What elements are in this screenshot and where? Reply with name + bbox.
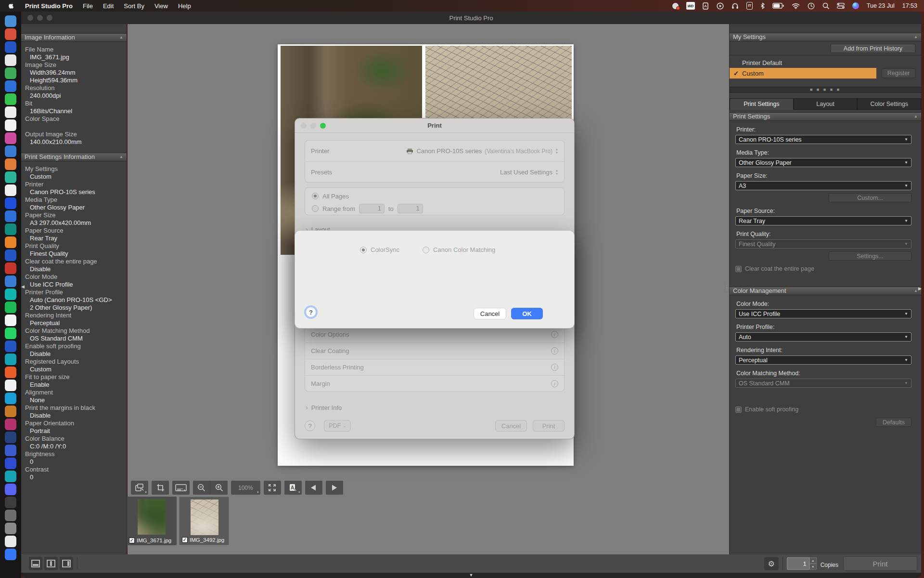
field-dropdown[interactable]: OS Standard CMM ▼ <box>735 379 911 388</box>
dock-app-icon[interactable] <box>5 158 16 170</box>
dock-app-icon[interactable] <box>5 145 16 157</box>
dock-app-icon[interactable] <box>5 223 16 235</box>
defaults-button[interactable]: Defaults <box>876 418 911 427</box>
dock-app-icon[interactable] <box>5 419 16 430</box>
all-pages-radio[interactable] <box>312 193 319 199</box>
bluetooth-icon[interactable] <box>760 2 765 10</box>
dock-app-icon[interactable] <box>5 393 16 404</box>
dialog-print-button[interactable]: Print <box>533 420 565 432</box>
clear-coat-checkbox[interactable] <box>735 266 742 272</box>
printer-info-disclosure[interactable]: › Printer Info <box>306 404 342 411</box>
dock-app-icon[interactable] <box>5 276 16 287</box>
fit-to-screen-button[interactable] <box>264 481 281 495</box>
dock-app-icon[interactable] <box>5 263 16 274</box>
field-dropdown[interactable]: Auto ▼ <box>735 332 911 342</box>
quality-settings-button[interactable]: Settings... <box>829 251 911 261</box>
page-arrangement-button[interactable]: ▼ <box>131 481 148 495</box>
zoom-level-dropdown[interactable]: 100% ▼ <box>231 481 260 495</box>
annotate-text-button[interactable]: A ▼ <box>284 481 302 495</box>
my-settings-header[interactable]: My Settings ▲ <box>730 33 921 41</box>
dock-app-icon[interactable] <box>5 119 16 131</box>
help-button[interactable]: ? <box>305 420 315 431</box>
settings-tab[interactable]: Color Settings <box>857 98 921 110</box>
print-settings-information-header[interactable]: Print Settings Information ▲ <box>21 153 127 161</box>
info-icon[interactable]: i <box>551 347 558 355</box>
menu-help[interactable]: Help <box>178 2 191 10</box>
my-settings-row[interactable]: ✓ Custom <box>730 68 876 79</box>
dock-app-icon[interactable] <box>5 536 16 547</box>
field-dropdown[interactable]: Finest Quality ▼ <box>735 239 911 249</box>
print-settings-gear-button[interactable]: ⚙ <box>764 557 779 570</box>
dock-app-icon[interactable] <box>5 106 16 118</box>
register-button[interactable]: Register <box>882 68 915 78</box>
thumbnail-card[interactable]: ✓ IMG_3492.jpg <box>179 497 229 545</box>
dock-app-icon[interactable] <box>5 54 16 66</box>
menu-sort-by[interactable]: Sort By <box>124 2 144 10</box>
field-dropdown[interactable]: Canon PRO-10S series ▼ <box>735 135 911 144</box>
dock-app-icon[interactable] <box>5 510 16 521</box>
thumbnail-checkbox[interactable]: ✓ <box>182 537 188 543</box>
panel-splitter[interactable]: ■ ■ ■ ■ ■ <box>730 87 921 93</box>
field-dropdown[interactable]: Other Glossy Paper ▼ <box>735 158 911 167</box>
soft-proofing-checkbox[interactable] <box>735 407 742 413</box>
radio-icon[interactable] <box>423 247 429 253</box>
sheet-ok-button[interactable]: OK <box>511 308 543 319</box>
dock-app-icon[interactable] <box>5 67 16 79</box>
right-panel-collapse-handle[interactable]: ▶ <box>918 286 922 291</box>
dock-app-icon[interactable] <box>5 132 16 144</box>
info-icon[interactable]: i <box>551 380 558 387</box>
radio-icon[interactable] <box>360 247 367 253</box>
info-icon[interactable]: i <box>551 331 558 338</box>
menu-view[interactable]: View <box>154 2 168 10</box>
dock-app-icon[interactable] <box>5 197 16 209</box>
apple-menu-icon[interactable] <box>9 2 15 10</box>
siri-icon[interactable] <box>852 2 859 9</box>
dock-app-icon[interactable] <box>5 250 16 261</box>
print-option-row[interactable]: Margin i <box>305 375 564 392</box>
dock-app-icon[interactable] <box>5 289 16 300</box>
dock-app-icon[interactable] <box>5 354 16 365</box>
dock-app-icon[interactable] <box>5 484 16 495</box>
wifi-icon[interactable] <box>792 2 800 10</box>
dock-app-icon[interactable] <box>5 171 16 183</box>
range-to-input[interactable]: 1 <box>398 204 423 213</box>
dock-app-icon[interactable] <box>5 15 16 27</box>
left-panel-collapse-handle[interactable]: ◀ <box>21 284 25 289</box>
time-machine-icon[interactable] <box>808 2 815 10</box>
crop-button[interactable] <box>152 481 169 495</box>
print-button[interactable]: Print <box>843 556 917 571</box>
dock-app-icon[interactable] <box>5 302 16 313</box>
dialog-cancel-button[interactable]: Cancel <box>495 420 527 432</box>
pdf-dropdown-button[interactable]: PDF ⌄ <box>324 420 351 432</box>
dock-app-icon[interactable] <box>5 406 16 417</box>
control-center-icon[interactable] <box>837 2 845 10</box>
layout-strip-middle-button[interactable] <box>44 557 58 570</box>
range-radio[interactable] <box>312 205 319 212</box>
dock-app-icon[interactable] <box>5 315 16 326</box>
image-information-header[interactable]: Image Information ▲ <box>21 33 127 42</box>
dock-app-icon[interactable] <box>5 28 16 40</box>
layout-strip-bottom-button[interactable] <box>29 557 42 570</box>
sheet-cancel-button[interactable]: Cancel <box>474 308 506 319</box>
color-matching-option[interactable]: ColorSync <box>360 246 399 253</box>
dock-app-icon[interactable] <box>5 549 16 560</box>
copies-decrement-button[interactable]: ▼ <box>809 564 817 570</box>
play-circle-icon[interactable] <box>717 2 724 10</box>
dock-app-icon[interactable] <box>5 236 16 248</box>
battery-icon[interactable] <box>772 2 784 10</box>
field-dropdown[interactable]: Use ICC Profile ▼ <box>735 309 911 318</box>
thumbnail-checkbox[interactable]: ✓ <box>129 538 135 543</box>
previous-image-button[interactable] <box>305 481 322 495</box>
field-dropdown[interactable]: Rear Tray ▼ <box>735 216 911 225</box>
zoom-out-button[interactable] <box>193 481 210 495</box>
text-document-icon[interactable]: A <box>703 2 709 10</box>
custom-paper-size-button[interactable]: Custom... <box>829 193 911 202</box>
print-option-row[interactable]: Color Options i <box>305 326 564 342</box>
settings-tab[interactable]: Layout <box>794 98 858 110</box>
input-source-icon[interactable]: IT <box>746 2 753 10</box>
print-settings-section-header[interactable]: Print Settings ▲ <box>730 112 921 121</box>
headphones-icon[interactable] <box>732 2 739 10</box>
dock-app-icon[interactable] <box>5 328 16 339</box>
next-image-button[interactable] <box>326 481 343 495</box>
print-option-row[interactable]: Borderless Printing i <box>305 359 564 375</box>
